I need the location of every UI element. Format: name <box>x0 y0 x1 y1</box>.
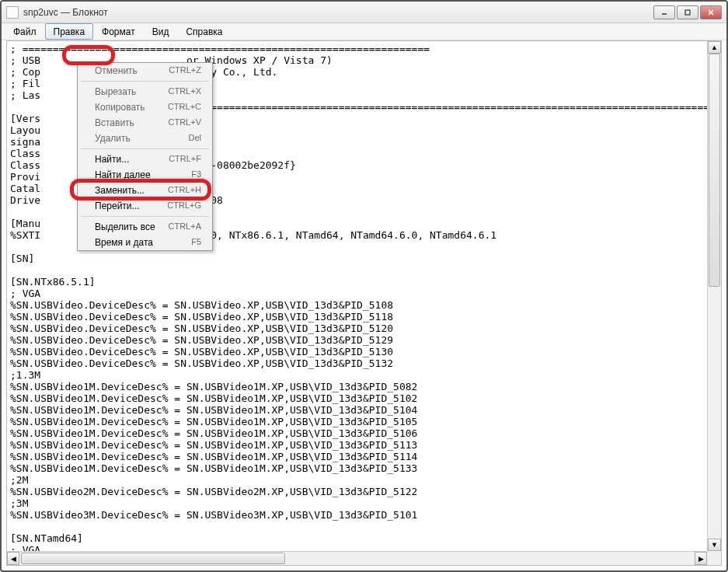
dropdown-label: Время и дата <box>95 237 153 248</box>
vscroll-thumb[interactable] <box>709 54 720 287</box>
vscroll-track[interactable] <box>708 54 721 539</box>
scroll-left-icon[interactable]: ◀ <box>7 552 19 565</box>
dropdown-item[interactable]: Найти далееF3 <box>78 167 212 183</box>
scroll-down-icon[interactable]: ▼ <box>708 539 721 551</box>
dropdown-separator <box>81 148 209 149</box>
dropdown-shortcut: CTRL+C <box>168 102 201 113</box>
menu-format[interactable]: Формат <box>93 23 144 40</box>
dropdown-item[interactable]: Выделить всеCTRL+A <box>78 219 212 235</box>
menubar: Файл Правка Формат Вид Справка <box>2 23 726 40</box>
dropdown-item: УдалитьDel <box>78 131 212 146</box>
dropdown-shortcut: CTRL+V <box>169 117 202 128</box>
dropdown-shortcut: CTRL+G <box>167 201 201 211</box>
dropdown-separator <box>81 81 209 82</box>
dropdown-label: Перейти... <box>95 201 140 211</box>
menu-help[interactable]: Справка <box>177 23 231 40</box>
dropdown-shortcut: CTRL+H <box>168 185 201 196</box>
hscroll-thumb[interactable] <box>21 553 285 564</box>
menu-file[interactable]: Файл <box>5 23 45 40</box>
notepad-icon <box>6 6 19 19</box>
dropdown-item[interactable]: Заменить...CTRL+H <box>78 183 212 198</box>
dropdown-label: Найти... <box>95 154 129 165</box>
titlebar: snp2uvc — Блокнот <box>2 2 726 23</box>
dropdown-label: Отменить <box>95 65 138 76</box>
maximize-button[interactable] <box>677 5 698 19</box>
dropdown-separator <box>81 216 209 217</box>
scroll-corner <box>707 551 721 565</box>
close-button[interactable] <box>700 5 722 19</box>
dropdown-label: Вставить <box>95 117 134 128</box>
dropdown-shortcut: F3 <box>191 169 201 180</box>
dropdown-item: ВставитьCTRL+V <box>78 115 212 131</box>
dropdown-item: ОтменитьCTRL+Z <box>78 63 212 78</box>
scroll-right-icon[interactable]: ▶ <box>695 552 707 565</box>
dropdown-label: Найти далее <box>95 169 151 180</box>
dropdown-item[interactable]: Перейти...CTRL+G <box>78 198 212 214</box>
scroll-up-icon[interactable]: ▲ <box>708 41 721 54</box>
horizontal-scrollbar[interactable]: ◀ ▶ <box>7 551 707 565</box>
dropdown-shortcut: Del <box>188 133 201 144</box>
dropdown-label: Вырезать <box>95 86 136 97</box>
dropdown-item: ВырезатьCTRL+X <box>78 84 212 99</box>
dropdown-label: Выделить все <box>95 221 155 232</box>
dropdown-shortcut: CTRL+X <box>169 86 202 97</box>
vertical-scrollbar[interactable]: ▲ ▼ <box>707 41 721 551</box>
dropdown-shortcut: CTRL+Z <box>169 65 201 76</box>
dropdown-shortcut: F5 <box>191 237 201 248</box>
dropdown-item: КопироватьCTRL+C <box>78 99 212 115</box>
dropdown-item[interactable]: Время и датаF5 <box>78 235 212 250</box>
dropdown-label: Удалить <box>95 133 131 144</box>
window-controls <box>653 5 722 19</box>
dropdown-shortcut: CTRL+F <box>169 154 201 165</box>
window-title: snp2uvc — Блокнот <box>23 7 653 18</box>
menu-view[interactable]: Вид <box>144 23 178 40</box>
dropdown-label: Заменить... <box>95 185 145 196</box>
minimize-button[interactable] <box>653 5 675 19</box>
dropdown-label: Копировать <box>95 102 145 113</box>
dropdown-item[interactable]: Найти...CTRL+F <box>78 152 212 167</box>
svg-rect-1 <box>685 10 690 15</box>
dropdown-shortcut: CTRL+A <box>169 221 202 232</box>
edit-dropdown-menu: ОтменитьCTRL+ZВырезатьCTRL+XКопироватьCT… <box>77 62 213 251</box>
menu-edit[interactable]: Правка <box>45 23 94 40</box>
